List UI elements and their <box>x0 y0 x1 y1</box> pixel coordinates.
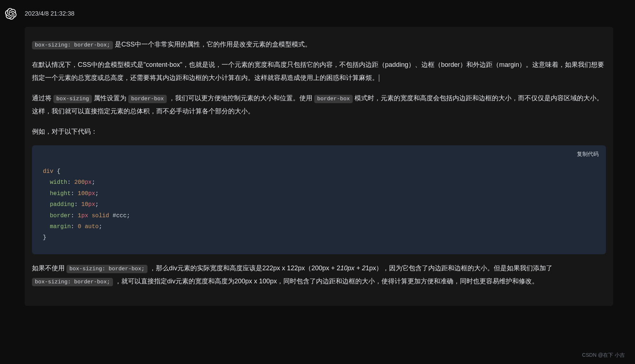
code-prop: padding <box>50 201 74 208</box>
code-value: 1 <box>78 213 81 219</box>
code-keyword: auto <box>85 223 98 230</box>
code-selector: div <box>43 168 53 175</box>
code-value: 200 <box>74 179 85 186</box>
text: 1px），因为它包含了内边距和边框的大小。但是如果我们添加了 <box>365 264 553 272</box>
text: 是CSS中一个非常实用的属性，它的作用是改变元素的盒模型模式。 <box>113 41 311 48</box>
code-unit: px <box>88 190 95 197</box>
code-brace-open: { <box>57 168 60 175</box>
message-content: box-sizing: border-box; 是CSS中一个非常实用的属性，它… <box>25 27 613 306</box>
paragraph-5: 如果不使用 box-sizing: border-box; ，那么div元素的实… <box>32 262 606 288</box>
code-unit: px <box>81 213 88 219</box>
inline-code-box-sizing: box-sizing: border-box; <box>32 41 113 49</box>
inline-code-box-sizing-prop: box-sizing <box>53 95 92 103</box>
code-prop: margin <box>50 223 71 230</box>
paragraph-1: box-sizing: border-box; 是CSS中一个非常实用的属性，它… <box>32 38 606 51</box>
text-italic: 10px + 2 <box>340 264 366 272</box>
text: 属性设置为 <box>92 94 128 102</box>
text-cursor <box>379 74 379 82</box>
code-color: #ccc <box>113 213 126 219</box>
inline-code-box-sizing-3: box-sizing: border-box; <box>32 278 113 286</box>
timestamp: 2023/4/8 21:32:38 <box>25 8 74 20</box>
code-prop: width <box>50 179 67 186</box>
text: ，那么div元素的实际宽度和高度应该是222px x 122px（200px +… <box>147 264 340 272</box>
paragraph-2: 在默认情况下，CSS中的盒模型模式是"content-box"，也就是说，一个元… <box>32 58 606 84</box>
code-value: 100 <box>78 190 88 197</box>
text: ，我们可以更方便地控制元素的大小和位置。使用 <box>167 94 314 102</box>
text: 在默认情况下，CSS中的盒模型模式是"content-box"，也就是说，一个元… <box>32 61 604 81</box>
message-header: 2023/4/8 21:32:38 <box>0 0 635 23</box>
text: 通过将 <box>32 94 53 102</box>
code-block-header: 复制代码 <box>32 145 606 162</box>
inline-code-border-box: border-box <box>128 95 167 103</box>
assistant-avatar <box>4 7 17 20</box>
paragraph-3: 通过将 box-sizing 属性设置为 border-box ，我们可以更方便… <box>32 92 606 118</box>
code-body: div { width: 200px; height: 100px; paddi… <box>32 162 606 254</box>
text: ，就可以直接指定div元素的宽度和高度为200px x 100px，同时包含了内… <box>113 278 538 285</box>
code-prop: border <box>50 213 71 219</box>
copy-code-button[interactable]: 复制代码 <box>577 149 599 159</box>
paragraph-4: 例如，对于以下代码： <box>32 125 606 138</box>
openai-icon <box>5 8 17 20</box>
code-prop: height <box>50 190 71 197</box>
code-value: 0 <box>78 223 81 230</box>
code-unit: px <box>88 201 95 208</box>
code-value: 10 <box>81 201 88 208</box>
code-unit: px <box>85 179 92 186</box>
text: 如果不使用 <box>32 264 66 272</box>
code-brace-close: } <box>43 234 46 241</box>
inline-code-border-box-2: border-box <box>314 95 353 103</box>
inline-code-box-sizing-2: box-sizing: border-box; <box>66 265 147 273</box>
code-block: 复制代码 div { width: 200px; height: 100px; … <box>32 145 606 254</box>
watermark: CSDN @在下 小吉 <box>582 351 625 360</box>
code-keyword: solid <box>92 213 109 219</box>
